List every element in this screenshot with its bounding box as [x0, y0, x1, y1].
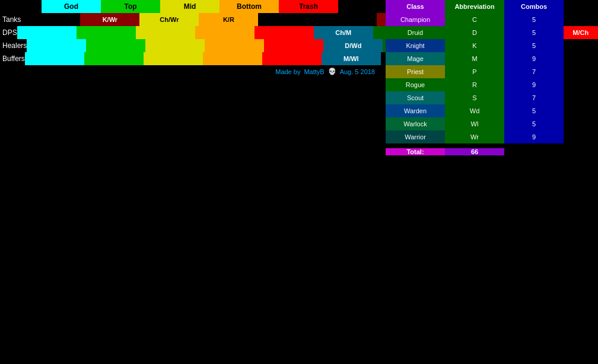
class-name-priest: Priest [386, 65, 445, 78]
list-item: Rogue R 9 [386, 78, 564, 91]
cell [264, 39, 323, 52]
header-top: Top [101, 0, 160, 13]
cell: M/Wl [322, 52, 381, 65]
main-container: God Top Mid Bottom Trash Tanks K/Wr Ch/W… [0, 0, 598, 155]
made-by-text: Made by [275, 68, 300, 75]
dps-label: DPS [0, 26, 17, 39]
list-item: Priest P 7 [386, 65, 564, 78]
list-item: Knight K 5 [386, 39, 564, 52]
row-label-spacer [0, 0, 42, 13]
cell [145, 39, 205, 52]
class-name-warrior: Warrior [386, 130, 445, 143]
header-row: God Top Mid Bottom Trash [0, 0, 380, 13]
tanks-label: Tanks [0, 13, 21, 26]
cell [195, 26, 255, 39]
combos-priest: 7 [504, 65, 564, 78]
healers-label-area: Healers [0, 39, 27, 52]
abbr-mage: M [445, 52, 504, 65]
cell: Ch/Wr [139, 13, 199, 26]
cell [258, 13, 317, 26]
cell [27, 39, 86, 52]
cell: K/R [199, 13, 258, 26]
total-value: 66 [445, 148, 504, 155]
healers-label: Healers [0, 39, 27, 52]
abbr-warlock: Wl [445, 117, 504, 130]
combos-column-header: Combos [504, 0, 564, 13]
left-section: God Top Mid Bottom Trash Tanks K/Wr Ch/W… [0, 0, 380, 155]
list-item: Mage M 9 [386, 52, 564, 65]
tanks-label-area: Tanks [0, 13, 21, 26]
abbr-rogue: R [445, 78, 504, 91]
cell [144, 52, 203, 65]
abbr-warden: Wd [445, 104, 504, 117]
abbr-priest: P [445, 65, 504, 78]
combos-scout: 7 [504, 91, 564, 104]
combos-warrior: 9 [504, 130, 564, 143]
cell [317, 13, 377, 26]
author-name: MattyB [304, 68, 324, 75]
header-trash: Trash [279, 0, 338, 13]
cell [17, 26, 77, 39]
cell: Ch/M [314, 26, 373, 39]
table-row [25, 52, 322, 65]
cell [21, 13, 80, 26]
right-section: Class Abbreviation Combos Champion C 5 D… [380, 0, 598, 155]
buffers-label-area: Buffers [0, 52, 25, 65]
cell [205, 39, 264, 52]
cell [203, 52, 262, 65]
abbr-warrior: Wr [445, 130, 504, 143]
cell: D/Wd [323, 39, 383, 52]
class-name-knight: Knight [386, 39, 445, 52]
combos-knight: 5 [504, 39, 564, 52]
cell [262, 52, 322, 65]
dps-section: DPS Ch/M M/Wr M/S Ch/Wl M/Ch [0, 26, 380, 39]
abbr-druid: D [445, 26, 504, 39]
total-label: Total: [386, 148, 445, 155]
class-name-rogue: Rogue [386, 78, 445, 91]
list-item: Druid D 5 [386, 26, 564, 39]
class-name-druid: Druid [386, 26, 445, 39]
list-item: Champion C 5 [386, 13, 564, 26]
list-item: Warden Wd 5 [386, 104, 564, 117]
class-name-scout: Scout [386, 91, 445, 104]
combos-warden: 5 [504, 104, 564, 117]
list-item: Warlock Wl 5 [386, 117, 564, 130]
dps-label-area: DPS [0, 26, 17, 39]
right-table-header: Class Abbreviation Combos [386, 0, 598, 13]
tanks-section: Tanks K/Wr Ch/Wr K/R Ch/P [0, 13, 380, 26]
cell [84, 52, 144, 65]
date-text: Aug. 5 2018 [340, 68, 375, 75]
buffers-label: Buffers [0, 52, 25, 65]
healers-section: Healers D/Wd D/M P/K P/M [0, 39, 380, 52]
class-column-header: Class [386, 0, 445, 13]
abbr-scout: S [445, 91, 504, 104]
cell [255, 26, 314, 39]
combos-champion: 5 [504, 13, 564, 26]
table-row [27, 39, 323, 52]
abbr-knight: K [445, 39, 504, 52]
list-item: Scout S 7 [386, 91, 564, 104]
combos-mage: 9 [504, 52, 564, 65]
list-item: Warrior Wr 9 [386, 130, 564, 143]
total-row: Total: 66 [386, 148, 598, 155]
class-name-champion: Champion [386, 13, 445, 26]
combos-druid: 5 [504, 26, 564, 39]
header-bottom: Bottom [220, 0, 279, 13]
buffers-section: Buffers M/Wl Wl/M [0, 52, 380, 65]
cell: K/Wr [80, 13, 139, 26]
table-row: K/Wr Ch/Wr K/R [21, 13, 317, 26]
abbr-champion: C [445, 13, 504, 26]
header-mid: Mid [160, 0, 220, 13]
abbreviation-column-header: Abbreviation [445, 0, 504, 13]
header-god: God [42, 0, 101, 13]
cell [77, 26, 136, 39]
combos-warlock: 5 [504, 117, 564, 130]
class-name-mage: Mage [386, 52, 445, 65]
cell [136, 26, 195, 39]
combos-rogue: 9 [504, 78, 564, 91]
footer: Made by MattyB 💀 Aug. 5 2018 [0, 65, 380, 78]
right-table-body: Champion C 5 Druid D 5 Knight K 5 Mage M… [386, 13, 564, 143]
cell [86, 39, 145, 52]
class-name-warden: Warden [386, 104, 445, 117]
skull-icon: 💀 [328, 68, 336, 75]
